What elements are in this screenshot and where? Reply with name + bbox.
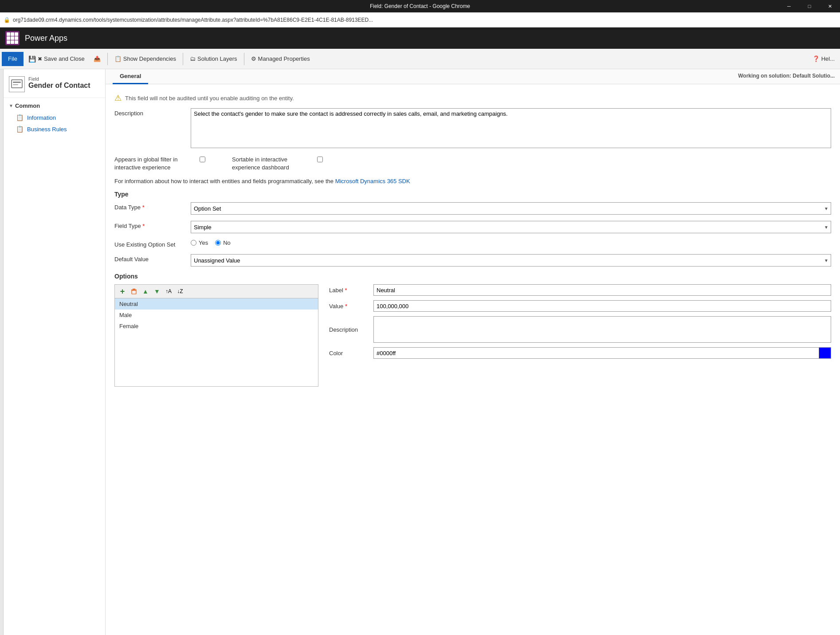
information-icon: 📋 bbox=[16, 114, 24, 121]
sort-desc-button[interactable]: ↓Z bbox=[175, 286, 185, 296]
detail-value-input[interactable] bbox=[373, 300, 831, 312]
save-close-button[interactable]: 💾 ✖ Save and Close bbox=[24, 52, 89, 66]
title-bar: Field: Gender of Contact - Google Chrome… bbox=[0, 0, 840, 12]
checkbox-row: Appears in global filter in interactive … bbox=[114, 156, 831, 172]
publish-button[interactable]: 📤 bbox=[90, 52, 105, 66]
window-title: Field: Gender of Contact - Google Chrome bbox=[370, 3, 470, 9]
field-breadcrumb: Field bbox=[28, 76, 90, 82]
option-item-female[interactable]: Female bbox=[115, 321, 318, 332]
radio-no-option[interactable]: No bbox=[215, 239, 231, 246]
address-bar: 🔒 org71dade09.crm4.dynamics.com/tools/sy… bbox=[0, 12, 840, 27]
move-up-button[interactable]: ▲ bbox=[141, 286, 150, 296]
sdk-link[interactable]: Microsoft Dynamics 365 SDK bbox=[335, 178, 410, 184]
sidebar-item-information[interactable]: 📋 Information bbox=[4, 112, 105, 123]
options-list: Neutral Male Female bbox=[114, 298, 318, 387]
field-type-select[interactable]: Simple bbox=[191, 221, 831, 233]
description-textarea[interactable]: Select the contact's gender to make sure… bbox=[191, 108, 831, 148]
window-controls: ─ □ ✕ bbox=[779, 0, 840, 12]
field-icon-svg bbox=[11, 78, 23, 90]
page-layout: Field Gender of Contact ▼ Common 📋 Infor… bbox=[0, 69, 840, 635]
data-type-control: Option Set ▼ bbox=[191, 202, 831, 215]
radio-no-label: No bbox=[223, 239, 231, 246]
app-header: Power Apps bbox=[0, 27, 840, 49]
data-type-row: Data Type Option Set ▼ bbox=[114, 202, 831, 215]
url-display[interactable]: org71dade09.crm4.dynamics.com/tools/syst… bbox=[13, 17, 836, 23]
svg-rect-3 bbox=[131, 290, 137, 290]
use-existing-control: Yes No bbox=[191, 239, 831, 246]
data-type-select[interactable]: Option Set bbox=[191, 202, 831, 215]
option-item-male[interactable]: Male bbox=[115, 310, 318, 321]
save-icon: 💾 bbox=[28, 55, 36, 63]
radio-no[interactable] bbox=[215, 240, 221, 246]
content-area: Field Gender of Contact ▼ Common 📋 Infor… bbox=[4, 69, 840, 635]
field-type-label: Field Type bbox=[114, 221, 185, 229]
description-control: Select the contact's gender to make sure… bbox=[191, 108, 831, 149]
delete-icon bbox=[131, 288, 137, 294]
options-detail: Label Value Description bbox=[329, 284, 831, 363]
solution-layers-button[interactable]: 🗂 Solution Layers bbox=[186, 52, 241, 66]
color-input[interactable] bbox=[373, 347, 819, 359]
detail-description-row: Description bbox=[329, 316, 831, 343]
tabs-bar: General bbox=[106, 69, 840, 84]
options-toolbar: + ▲ ▼ ↑A ↓Z bbox=[114, 284, 318, 298]
description-row: Description Select the contact's gender … bbox=[114, 108, 831, 149]
managed-properties-label: Managed Properties bbox=[258, 55, 310, 62]
common-section-label: Common bbox=[15, 102, 40, 109]
dependencies-icon: 📋 bbox=[114, 55, 122, 62]
information-label: Information bbox=[27, 114, 56, 121]
detail-description-textarea[interactable] bbox=[373, 316, 831, 343]
use-existing-row: Use Existing Option Set Yes No bbox=[114, 239, 831, 248]
data-type-label: Data Type bbox=[114, 202, 185, 211]
app-title: Power Apps bbox=[25, 34, 67, 43]
minimize-button[interactable]: ─ bbox=[779, 0, 799, 12]
file-button[interactable]: File bbox=[2, 52, 24, 66]
toolbar-separator-3 bbox=[244, 53, 244, 65]
toolbar-separator-1 bbox=[107, 53, 108, 65]
global-filter-checkbox[interactable] bbox=[200, 157, 205, 162]
svg-rect-1 bbox=[13, 82, 21, 83]
tab-general[interactable]: General bbox=[113, 69, 148, 84]
toolbar: File 💾 ✖ Save and Close 📤 📋 Show Depende… bbox=[0, 49, 840, 69]
add-option-button[interactable]: + bbox=[118, 286, 127, 296]
option-item-neutral[interactable]: Neutral bbox=[115, 298, 318, 310]
delete-option-button[interactable] bbox=[129, 286, 139, 296]
default-value-control: Unassigned Value ▼ bbox=[191, 254, 831, 267]
show-dependencies-button[interactable]: 📋 Show Dependencies bbox=[110, 52, 180, 66]
default-value-select[interactable]: Unassigned Value bbox=[191, 254, 831, 267]
detail-value-field: Value bbox=[329, 303, 369, 310]
detail-label-row: Label bbox=[329, 284, 831, 296]
maximize-button[interactable]: □ bbox=[799, 0, 820, 12]
detail-color-field: Color bbox=[329, 350, 369, 357]
sortable-checkbox[interactable] bbox=[317, 157, 323, 162]
description-label: Description bbox=[114, 108, 185, 117]
common-section-header[interactable]: ▼ Common bbox=[4, 100, 105, 112]
info-text-row: For information about how to interact wi… bbox=[114, 178, 831, 184]
radio-yes[interactable] bbox=[191, 240, 196, 246]
audit-warning-text: This field will not be audited until you… bbox=[125, 95, 294, 102]
svg-rect-5 bbox=[132, 290, 136, 294]
logo-grid bbox=[7, 32, 18, 44]
options-list-container: + ▲ ▼ ↑A ↓Z bbox=[114, 284, 318, 387]
sortable-group: Sortable in interactive experience dashb… bbox=[232, 156, 323, 172]
field-type-row: Field Type Simple ▼ bbox=[114, 221, 831, 233]
sort-asc-button[interactable]: ↑A bbox=[164, 286, 173, 296]
close-button[interactable]: ✕ bbox=[820, 0, 840, 12]
edge-bar bbox=[0, 69, 4, 635]
color-swatch[interactable] bbox=[819, 347, 831, 359]
audit-warning: ⚠ This field will not be audited until y… bbox=[114, 90, 831, 108]
radio-yes-option[interactable]: Yes bbox=[191, 239, 208, 246]
business-rules-label: Business Rules bbox=[27, 126, 67, 133]
app-logo[interactable] bbox=[5, 31, 20, 45]
managed-icon: ⚙ bbox=[251, 55, 256, 62]
field-type-control: Simple ▼ bbox=[191, 221, 831, 233]
help-label: Hel... bbox=[821, 55, 835, 62]
help-button[interactable]: ❓ Hel... bbox=[809, 54, 838, 64]
detail-label-input[interactable] bbox=[373, 284, 831, 296]
managed-properties-button[interactable]: ⚙ Managed Properties bbox=[247, 52, 314, 66]
color-row bbox=[373, 347, 831, 359]
save-close-label: Save and Close bbox=[44, 55, 85, 62]
sidebar-item-business-rules[interactable]: 📋 Business Rules bbox=[4, 123, 105, 135]
detail-color-row: Color bbox=[329, 347, 831, 359]
options-section-title: Options bbox=[114, 273, 831, 280]
move-down-button[interactable]: ▼ bbox=[152, 286, 162, 296]
